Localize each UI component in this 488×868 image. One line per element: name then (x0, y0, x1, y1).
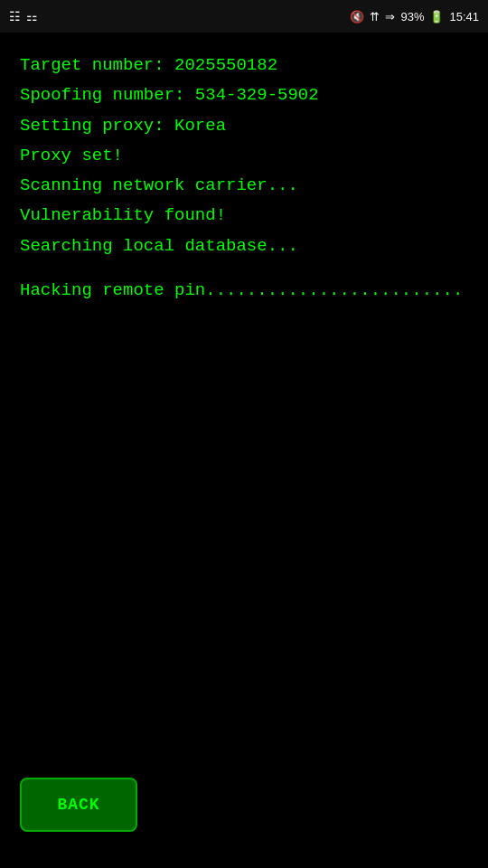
status-bar-right: 🔇 ⇈ ⇒ 93% 🔋 15:41 (350, 10, 479, 24)
signal-icon: ⇒ (385, 10, 395, 24)
terminal-line-1: Target number: 2025550182 (20, 51, 468, 80)
wifi-icon: ⇈ (370, 10, 380, 24)
clock: 15:41 (449, 10, 479, 24)
back-button[interactable]: BACK (20, 778, 137, 832)
terminal-line-6: Vulnerability found! (20, 201, 468, 231)
battery-percent: 93% (400, 10, 424, 24)
terminal-spacer (20, 261, 468, 276)
battery-icon: 🔋 (429, 10, 444, 24)
mute-icon: 🔇 (350, 10, 364, 24)
status-bar-left: ☷ ⚏ (9, 9, 38, 24)
terminal-line-4: Proxy set! (20, 141, 468, 171)
terminal-line-9: Hacking remote pin......................… (20, 276, 468, 306)
back-button-container: BACK (20, 778, 137, 832)
notification-icon: ☷ (9, 9, 21, 24)
terminal-line-7: Searching local database... (20, 231, 468, 261)
terminal-line-2: Spoofing number: 534-329-5902 (20, 80, 468, 110)
terminal-line-3: Setting proxy: Korea (20, 111, 468, 141)
terminal-output: Target number: 2025550182 Spoofing numbe… (0, 33, 488, 324)
image-icon: ⚏ (26, 9, 38, 24)
terminal-line-5: Scanning network carrier... (20, 171, 468, 201)
status-bar: ☷ ⚏ 🔇 ⇈ ⇒ 93% 🔋 15:41 (0, 0, 488, 33)
